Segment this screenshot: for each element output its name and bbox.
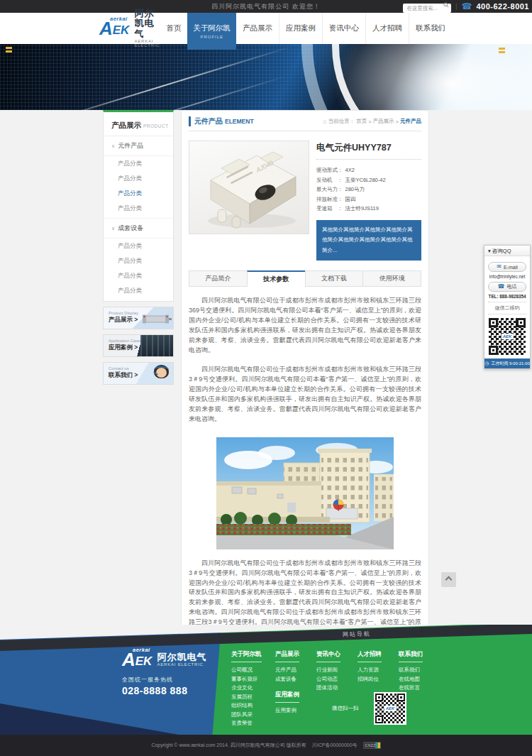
footer-link[interactable]: 在线地图 (399, 675, 440, 684)
footer-col-title: 产品展示 (275, 650, 299, 662)
footer-link[interactable]: 元件产品 (275, 666, 316, 675)
tab-environment[interactable]: 使用环境 (362, 270, 421, 287)
phone-button[interactable]: ☎电话 (488, 282, 526, 292)
breadcrumb: ⌂ 当前位置： 首页 > 产品展示 > 元件产品 (323, 118, 421, 125)
promo-label-en: Product Display (109, 311, 138, 315)
footer-link[interactable]: 在线留言 (399, 684, 440, 693)
nav-contact[interactable]: 联系我们 (409, 13, 452, 44)
nav-about-active[interactable]: 关于阿尔凯 PROFILE (187, 13, 236, 50)
search-icon[interactable] (443, 2, 449, 8)
phone-button-label: 电话 (506, 283, 516, 290)
sidebar-title-en: PRODUCT (143, 124, 169, 128)
email-button[interactable]: ✉E-mail (488, 262, 526, 272)
wechat-scan-label: 微信扫一扫 (332, 705, 359, 712)
footer-link[interactable]: 成套设备 (275, 675, 316, 684)
sidebar-item-category[interactable]: 产品分类 (104, 156, 173, 171)
dotted-divider (316, 159, 421, 160)
footer-nav-band-label: 网站导航 (343, 628, 371, 640)
breadcrumb-separator: > (368, 119, 371, 125)
sidebar-menu: 产品展示PRODUCT ∨元件产品 产品分类 产品分类 产品分类 产品分类 ∨成… (103, 110, 174, 302)
footer-link[interactable]: 公司概况 (231, 666, 275, 675)
sidebar-item-category-active[interactable]: 产品分类 (104, 186, 173, 201)
qr-center-logo: AEK (501, 334, 514, 339)
qq-consult-panel: ▾ 咨询QQ ✉E-mail info@trinitytec.net ☎电话 T… (484, 245, 531, 369)
scroll-to-top-button[interactable] (441, 572, 456, 587)
site-header: A EK aerkai 阿尔凯电气 AERKAI ELECTRIC 首页 关于阿… (0, 13, 532, 44)
footer-link[interactable]: 联系我们 (399, 666, 440, 675)
spec-row: 排放标准：国四 (316, 195, 421, 204)
promo-application-case[interactable]: Application Case应用案例 > (103, 334, 174, 357)
footer-link[interactable]: 招聘岗位 (358, 675, 399, 684)
site-logo[interactable]: A EK aerkai 阿尔凯电气 AERKAI ELECTRIC (99, 9, 160, 48)
promo-label-cn: 产品展示 > (109, 316, 138, 324)
footer-link[interactable]: 团体活动 (316, 684, 358, 693)
wechat-qr-label: 微信二维码 (488, 302, 526, 314)
sidebar-group-element[interactable]: ∨元件产品 (104, 136, 173, 156)
footer-link[interactable]: 公司动态 (316, 675, 358, 684)
footer-brand: AEKaerkai 阿尔凯电气AERKAI ELECTRIC 全国统一服务热线 … (122, 652, 206, 696)
footer-col-title: 资讯中心 (316, 650, 340, 662)
tab-specs-active[interactable]: 技术参数 (247, 270, 306, 287)
footer-col-title: 人才招聘 (358, 650, 382, 662)
sidebar-item-category[interactable]: 产品分类 (104, 239, 173, 253)
sidebar-group-equipment[interactable]: ∨成套设备 (104, 218, 173, 239)
footer-link[interactable]: 发展历程 (231, 693, 275, 702)
logo-ek: EK (113, 24, 130, 36)
qq-panel-header[interactable]: ▾ 咨询QQ (484, 246, 530, 256)
footer-link[interactable]: 行业新闻 (316, 666, 358, 675)
promo-label-en: Contact us (109, 366, 138, 371)
icp-number: 川ICP备00000000号 (312, 742, 358, 749)
promo-product-display[interactable]: Product Display产品展示 > (103, 307, 174, 329)
footer-link[interactable]: 人力资源 (358, 666, 399, 675)
footer-link[interactable]: 组织结构 (231, 701, 275, 711)
spec-row: 变速箱 ：法士特9JS119 (316, 204, 421, 214)
footer-col-title: 联系我们 (399, 650, 423, 662)
footer-link[interactable]: 董事长致辞 (231, 675, 275, 684)
breadcrumb-home[interactable]: 首页 (356, 118, 367, 125)
footer-link[interactable]: 企业文化 (231, 684, 275, 693)
nav-news[interactable]: 资讯中心 (322, 13, 365, 44)
footer-link[interactable]: 应用案例 (275, 706, 316, 716)
footer-col-news: 资讯中心 行业新闻 公司动态 团体活动 (316, 646, 358, 728)
footer-link[interactable]: 资质荣誉 (231, 719, 275, 728)
logo-mark: A EK aerkai (99, 21, 129, 36)
promo-contact-us[interactable]: Contact us联系我们 > (103, 362, 174, 385)
logo-name-en: AERKAI ELECTRIC (134, 39, 160, 48)
breadcrumb-current: 元件产品 (400, 118, 421, 125)
spec-row: 驱动形式：4X2 (316, 165, 421, 175)
spec-row: 发动机 ：玉柴YC6L280-42 (316, 175, 421, 185)
breadcrumb-separator: > (396, 119, 399, 125)
hero-banner (0, 44, 532, 110)
breadcrumb-products[interactable]: 产品展示 (373, 118, 394, 125)
nav-home[interactable]: 首页 (160, 13, 187, 44)
footer-link[interactable]: 团队风采 (231, 711, 275, 720)
email-address: info@trinitytec.net (488, 274, 526, 279)
tab-downloads[interactable]: 文档下载 (305, 270, 364, 287)
sidebar-item-category[interactable]: 产品分类 (104, 268, 173, 283)
section-title: 元件产品 (189, 116, 223, 126)
qq-panel-title: 咨询QQ (492, 248, 511, 254)
cylinder-image (142, 312, 172, 329)
product-tabs: 产品简介 技术参数 文档下载 使用环境 (189, 270, 421, 287)
footer-hotline-number: 028-8888 888 (122, 685, 206, 696)
nav-products[interactable]: 产品展示 (236, 13, 279, 44)
sidebar-item-category[interactable]: 产品分类 (104, 201, 173, 216)
topbar: 四川阿尔凯电气有限公司 欢迎您！ | ☎ 400-622-8001 (0, 0, 532, 13)
home-icon: ⌂ (323, 118, 326, 125)
logo-name-cn: 阿尔凯电气 (134, 9, 160, 39)
email-button-label: E-mail (504, 265, 518, 270)
nav-jobs[interactable]: 人才招聘 (365, 13, 409, 44)
sidebar-item-category[interactable]: 产品分类 (104, 253, 173, 268)
sidebar-item-category[interactable]: 产品分类 (104, 283, 173, 301)
sidebar-item-category[interactable]: 产品分类 (104, 171, 173, 186)
logo-script: aerkai (110, 16, 128, 22)
phone-icon: ☎ (498, 284, 505, 290)
chevron-down-icon: ∨ (111, 226, 115, 231)
product-image: AJ040 (189, 141, 309, 234)
tab-intro[interactable]: 产品简介 (189, 270, 248, 287)
spec-row: 最大马力：280马力 (316, 185, 421, 195)
server-room-image (140, 335, 173, 356)
stats-badge: CNZZ (363, 742, 381, 749)
nav-cases[interactable]: 应用案例 (279, 13, 322, 44)
footer-qr-code: AEK (374, 692, 406, 725)
